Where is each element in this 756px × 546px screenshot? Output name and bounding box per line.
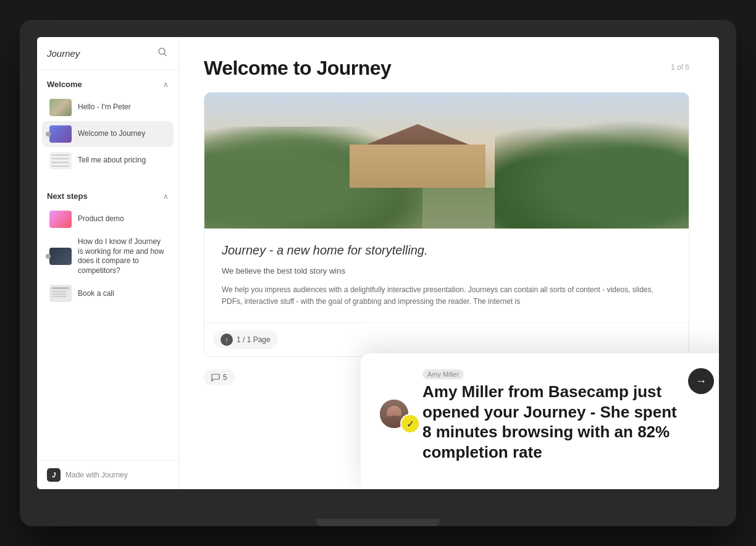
page-header: Welcome to Journey 1 of 6	[204, 57, 689, 80]
laptop-frame: Journey Welcome ∧	[20, 20, 736, 526]
next-steps-section-title: Next steps	[47, 191, 88, 201]
hero-house-roof	[363, 124, 472, 146]
sidebar-thumb-product-demo	[49, 211, 72, 228]
content-body: Journey - a new home for storytelling. W…	[204, 229, 689, 322]
sidebar-thumb-welcome-journey	[49, 125, 72, 143]
hero-trees-right	[495, 120, 689, 229]
sidebar-item-hello-peter[interactable]: Hello - I'm Peter	[42, 94, 174, 120]
sidebar-label-welcome-journey: Welcome to Journey	[78, 129, 145, 139]
content-body-text: We help you impress audiences with a del…	[222, 284, 671, 308]
sidebar-item-how-journey[interactable]: How do I know if Journey is working for …	[42, 233, 174, 280]
next-steps-section: Next steps ∧ Product demo How do I know …	[37, 182, 178, 314]
notification-sender: Amy Miller	[422, 369, 464, 379]
content-hero-image	[204, 93, 689, 229]
laptop-wrapper: Journey Welcome ∧	[20, 20, 736, 526]
content-card: Journey - a new home for storytelling. W…	[204, 92, 689, 357]
comments-count: 5	[223, 373, 227, 382]
page-nav-text: 1 / 1 Page	[237, 335, 271, 344]
checkmark-badge: ✓	[400, 414, 420, 434]
notification-main-text: Amy Miller from Basecamp just opened you…	[422, 382, 681, 462]
sidebar-label-tell-pricing: Tell me about pricing	[78, 156, 146, 166]
next-steps-section-header: Next steps ∧	[37, 189, 178, 206]
sidebar: Journey Welcome ∧	[37, 37, 179, 489]
active-dot	[46, 132, 51, 136]
sidebar-item-tell-pricing[interactable]: Tell me about pricing	[42, 148, 174, 174]
sidebar-item-product-demo[interactable]: Product demo	[42, 206, 174, 232]
hero-house-body	[350, 145, 485, 188]
content-tagline: Journey - a new home for storytelling.	[222, 243, 671, 258]
page-counter: 1 of 6	[671, 57, 689, 72]
notification-text-block: Amy Miller Amy Miller from Basecamp just…	[422, 368, 681, 462]
notification-arrow-icon: →	[695, 375, 707, 388]
svg-line-1	[164, 54, 166, 56]
sidebar-header: Journey	[37, 37, 178, 70]
notification-header: ✓ Amy Miller Amy Miller from Basecamp ju…	[378, 368, 714, 462]
page-nav[interactable]: ↑ 1 / 1 Page	[213, 330, 278, 349]
sidebar-label-book-call: Book a call	[78, 289, 114, 299]
page-title: Welcome to Journey	[204, 57, 391, 80]
app-logo: Journey	[47, 48, 80, 59]
welcome-section-title: Welcome	[47, 80, 82, 89]
sidebar-thumb-hello-peter	[49, 99, 72, 116]
hero-house	[350, 126, 485, 188]
comments-button[interactable]: 5	[204, 369, 235, 385]
sidebar-label-product-demo: Product demo	[78, 214, 124, 224]
search-button[interactable]	[156, 46, 169, 61]
footer-made-with: Made with Journey	[65, 471, 128, 479]
sidebar-item-welcome-journey[interactable]: Welcome to Journey	[42, 121, 174, 147]
sidebar-thumb-tell-pricing	[49, 152, 72, 169]
notification-arrow-button[interactable]: →	[688, 368, 714, 394]
sidebar-label-hello-peter: Hello - I'm Peter	[78, 103, 131, 112]
sidebar-footer: J Made with Journey	[37, 460, 178, 489]
nav-up-arrow-icon[interactable]: ↑	[220, 334, 233, 346]
screen: Journey Welcome ∧	[37, 37, 719, 489]
next-steps-chevron-icon: ∧	[163, 192, 169, 201]
content-card-bottom-bar: ↑ 1 / 1 Page	[204, 322, 689, 356]
footer-logo: J	[47, 468, 61, 482]
content-subtitle: We believe the best told story wins	[222, 266, 671, 275]
how-journey-dot	[46, 254, 51, 259]
welcome-section: Welcome ∧ Hello - I'm Peter Welcome to J…	[37, 70, 178, 182]
sidebar-item-book-call[interactable]: Book a call	[42, 280, 174, 306]
sidebar-thumb-book-call	[49, 285, 72, 302]
welcome-section-header: Welcome ∧	[37, 77, 178, 94]
search-icon	[158, 47, 167, 57]
sidebar-label-how-journey: How do I know if Journey is working for …	[78, 237, 166, 275]
comment-icon	[211, 373, 220, 382]
welcome-chevron-icon: ∧	[163, 80, 169, 89]
avatar-stack: ✓	[378, 398, 415, 432]
notification-overlay: ✓ Amy Miller Amy Miller from Basecamp ju…	[361, 353, 719, 489]
main-content: Welcome to Journey 1 of 6	[179, 37, 719, 489]
sidebar-thumb-how-journey	[49, 248, 72, 265]
